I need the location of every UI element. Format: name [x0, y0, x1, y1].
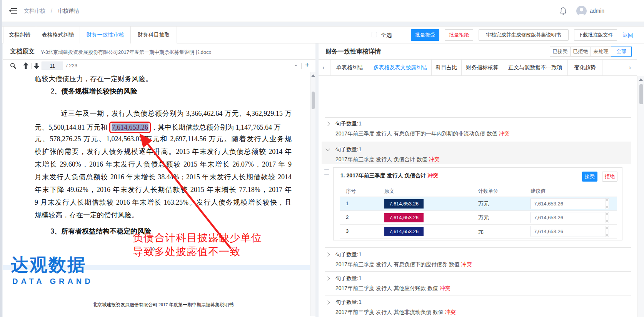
- page-scrollbar-thumb[interactable]: [639, 84, 643, 104]
- zoom-in-button[interactable]: +: [305, 61, 309, 69]
- original-value-badge: 7,614,653.26: [384, 227, 424, 236]
- select-all-checkbox[interactable]: [372, 32, 377, 37]
- document-panel-header: 文档原文 Y-3北京城建投资发展股份有限公司2017年度第一期中期票据募集说明书…: [3, 43, 315, 60]
- page-number-input[interactable]: [42, 62, 63, 70]
- top-bar: 文档审核 / 审核详情 admin: [2, 0, 644, 22]
- document-scrollbar[interactable]: [310, 72, 315, 316]
- cell-index: 2: [346, 214, 349, 220]
- document-filename: Y-3北京城建投资发展股份有限公司2017年度第一期中期票据募集说明书.docx: [41, 49, 211, 56]
- th-index: 序号: [346, 188, 356, 195]
- page-scrollbar[interactable]: [637, 76, 644, 317]
- doc-line: 临较大偿债压力，存在一定财务风险。: [35, 74, 292, 83]
- doc-line: 末增长 29.60%，2016 年末发行人负债总额较 2015 年末增长 26.…: [35, 160, 292, 169]
- item-desc: 2017年前三季度 发行人 有息负债下的应付债券 数值 冲突: [335, 261, 472, 268]
- page-down-icon[interactable]: [34, 62, 39, 69]
- tabs-scroll-left-icon[interactable]: ‹: [322, 64, 324, 71]
- page-total: / 223: [66, 63, 77, 68]
- table-row: 1 7,614,653.26 万元: [340, 197, 617, 211]
- th-unit: 计数单位: [478, 188, 498, 195]
- chevron-right-icon[interactable]: [325, 252, 330, 257]
- item-desc: 2017年前三季度 发行人 其他应付账款 数值 冲突: [335, 285, 450, 292]
- scroll-up-arrow[interactable]: [311, 74, 315, 77]
- table-row: 2 7,614,653.26 万元: [340, 211, 617, 225]
- tab-change-trend[interactable]: 变化趋势: [568, 60, 602, 75]
- collapsed-side-rail: [0, 0, 2, 317]
- download-annotated-button[interactable]: 下载批注版文件: [574, 29, 617, 41]
- original-value-badge: 7,614,653.26: [384, 199, 424, 209]
- accept-button[interactable]: 接受: [582, 172, 597, 182]
- card-checkbox[interactable]: [324, 169, 329, 175]
- tab-text-source-mismatch[interactable]: 正文与源数据不一致项: [503, 60, 568, 75]
- cell-index: 1: [346, 200, 349, 206]
- tab-financial-consistency[interactable]: 财务一致性审核: [80, 27, 131, 43]
- doc-line: 规模较高，存在一定的偿付风险。: [35, 210, 292, 220]
- tab-table-format[interactable]: 表格格式纠错: [36, 27, 80, 43]
- tab-subject-ratio[interactable]: 科目占比: [432, 60, 462, 75]
- cell-index: 3: [346, 228, 349, 234]
- chevron-right-icon[interactable]: [325, 276, 330, 280]
- tab-financial-indicator[interactable]: 财务指标核算: [462, 60, 503, 75]
- review-panel-title: 财务一致性审核详情: [325, 48, 381, 56]
- filter-rejected[interactable]: 已拒绝: [570, 47, 591, 57]
- cell-unit: 万元: [478, 200, 489, 207]
- doc-line: 年末下降 49.62%，2016 年末发行人长期借款较 2015 年末增长 77…: [35, 185, 292, 194]
- filter-all[interactable]: 全部: [611, 47, 632, 57]
- finish-generate-button[interactable]: 审核完成并生成修改版募集说明书: [479, 29, 569, 41]
- avatar[interactable]: [576, 6, 587, 16]
- item-count: 句子数量:1: [335, 120, 362, 127]
- tab-financial-subject[interactable]: 财务科目抽取: [131, 27, 177, 43]
- conflict-badge: 冲突: [445, 309, 456, 315]
- chevron-right-icon[interactable]: [325, 300, 330, 304]
- suggestion-input[interactable]: [531, 226, 603, 237]
- document-panel: 文档原文 Y-3北京城建投资发展股份有限公司2017年度第一期中期票据募集说明书…: [3, 43, 315, 317]
- suggestion-input[interactable]: [531, 212, 603, 223]
- document-scrollbar-thumb[interactable]: [312, 92, 315, 109]
- tab-single-table[interactable]: 单表格纠错: [330, 60, 369, 75]
- suggestion-input[interactable]: [531, 199, 603, 209]
- th-original: 原文: [384, 188, 394, 195]
- tab-doc-correction[interactable]: 文档纠错: [3, 27, 36, 43]
- menu-fold-icon[interactable]: [9, 8, 17, 14]
- breadcrumb-parent[interactable]: 文档审核: [24, 8, 45, 15]
- original-value-badge: 7,614,653.26: [384, 213, 424, 222]
- reject-button[interactable]: 拒绝: [602, 172, 617, 182]
- doc-line: 元、578,276.25 万元、1,024,563.07 万元和 2,697,1…: [35, 134, 292, 143]
- page-up-icon[interactable]: [23, 62, 28, 69]
- annotation-text-line2: 导致多处披露值不一致: [133, 245, 240, 259]
- table-row: 3 7,614,653.26 元: [340, 225, 617, 239]
- table-header-row: 序号 原文 计数单位 建议值: [340, 185, 617, 197]
- th-suggestion: 建议值: [531, 188, 546, 195]
- scroll-up-arrow[interactable]: [639, 78, 643, 81]
- doc-line: 9 月末发行人长期借款较 2016 年末增长 163.25%。发行人债务规模增长…: [35, 198, 292, 207]
- tab-multi-table-disclosure[interactable]: 多表格及表文披露纠错: [369, 60, 432, 75]
- search-icon[interactable]: [10, 63, 16, 69]
- item-count: 句子数量:1: [335, 299, 362, 306]
- conflict-badge: 冲突: [499, 130, 510, 137]
- conflict-badge: 冲突: [440, 285, 450, 291]
- bell-icon[interactable]: [559, 7, 567, 15]
- chevron-right-icon[interactable]: [325, 122, 330, 126]
- item-count: 句子数量:1: [335, 146, 362, 153]
- document-panel-title: 文档原文: [10, 48, 35, 56]
- username[interactable]: admin: [590, 8, 604, 14]
- cell-unit: 万元: [478, 214, 489, 221]
- conflict-value-selection: 7,614,653.26: [112, 123, 149, 131]
- batch-reject-button[interactable]: 批量拒绝: [445, 29, 473, 41]
- filter-pending[interactable]: 未处理: [591, 47, 611, 57]
- review-panel-header: 财务一致性审核详情 已接受 已拒绝 未处理 全部: [319, 43, 637, 60]
- tabs-scroll-right-icon[interactable]: ›: [629, 64, 631, 71]
- back-link[interactable]: 返回: [622, 32, 633, 39]
- filter-accepted[interactable]: 已接受: [550, 47, 571, 57]
- doc-heading-2: 2、债务规模增长较快的风险: [51, 87, 308, 96]
- zoom-out-button[interactable]: -: [295, 61, 297, 69]
- card-title: 1. 2017年前三季度 发行人 负债合计 冲突: [340, 172, 438, 179]
- conflict-list: 句子数量:1 2017年前三季度 发行人 有息负债下的一年内到期的非流动负债 数…: [319, 76, 637, 317]
- datagrand-logo-cn: 达观数据: [11, 253, 86, 277]
- doc-line: 模扩张的需要，发行人债务规模逐年升高。2015 年末发行人负债总额较 2014 …: [35, 147, 292, 156]
- batch-accept-button[interactable]: 批量接受: [411, 29, 439, 41]
- datagrand-logo-en: DATA GRAND: [12, 277, 93, 286]
- item-count: 句子数量:1: [335, 275, 362, 282]
- doc-footer-text: 北京城建投资发展股份有限公司 2017 年度第一期中期票据募集说明书: [35, 302, 292, 308]
- conflict-value-red-box: 7,614,653.26: [109, 122, 151, 133]
- item-desc: 2017年前三季度 发行人 其他非流动负债 数值 冲突: [335, 309, 456, 316]
